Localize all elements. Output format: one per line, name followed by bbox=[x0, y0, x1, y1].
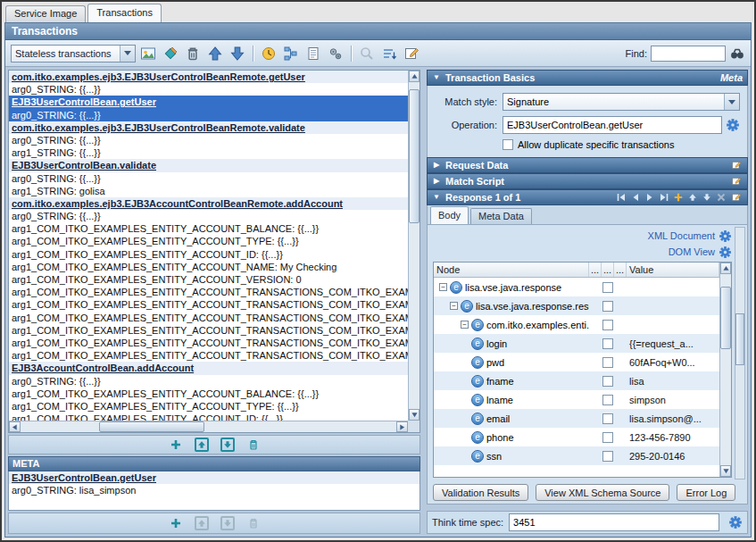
image-icon[interactable] bbox=[138, 44, 158, 63]
column-header[interactable]: Value bbox=[627, 263, 719, 277]
transaction-arg-row[interactable]: arg1_COM_ITKO_EXAMPLES_ENTITY_ACCOUNT_TY… bbox=[9, 235, 408, 247]
move-up-icon[interactable] bbox=[205, 44, 225, 63]
transaction-header-row[interactable]: EJB3UserControlBean.validate bbox=[9, 159, 408, 171]
tab-transactions[interactable]: Transactions bbox=[87, 4, 162, 22]
column-header[interactable]: Node bbox=[434, 263, 589, 277]
tab-service-image[interactable]: Service Image bbox=[5, 5, 86, 22]
panel-splitter[interactable] bbox=[420, 70, 427, 534]
transaction-arg-row[interactable]: arg1_COM_ITKO_EXAMPLES_ENTITY_ACCOUNT_NA… bbox=[9, 261, 408, 273]
match-style-dropdown[interactable]: Signature bbox=[503, 93, 740, 111]
edit-transaction-icon[interactable] bbox=[161, 44, 180, 63]
row-checkbox[interactable] bbox=[602, 357, 613, 368]
row-checkbox[interactable] bbox=[602, 432, 613, 443]
table-row[interactable]: elogin{{=request_a... bbox=[434, 334, 719, 353]
transaction-arg-row[interactable]: arg1_COM_ITKO_EXAMPLES_ENTITY_ACCOUNT_ID… bbox=[9, 248, 408, 261]
tab-meta-data[interactable]: Meta Data bbox=[470, 208, 532, 224]
column-header[interactable]: ... bbox=[614, 263, 627, 277]
think-time-gear-icon[interactable] bbox=[728, 515, 743, 529]
transaction-header-row[interactable]: com.itko.examples.ejb3.EJB3UserControlBe… bbox=[9, 121, 408, 134]
think-time-input[interactable] bbox=[509, 513, 719, 531]
column-header[interactable]: ... bbox=[589, 263, 602, 277]
transaction-arg-row[interactable]: arg0_STRING: {{...}} bbox=[9, 109, 408, 121]
gear-icon[interactable] bbox=[719, 229, 732, 243]
transaction-header-row[interactable]: com.itko.examples.ejb3.EJB3AccountContro… bbox=[9, 197, 408, 210]
down-icon[interactable] bbox=[702, 192, 712, 203]
body-scrollbar[interactable] bbox=[735, 227, 745, 479]
dom-table-scrollbar[interactable] bbox=[719, 263, 731, 477]
tree-view-icon[interactable] bbox=[281, 44, 301, 63]
row-checkbox[interactable] bbox=[602, 395, 613, 405]
scroll-left-button[interactable] bbox=[9, 421, 21, 432]
add-icon[interactable] bbox=[673, 192, 684, 203]
scroll-down-button[interactable] bbox=[409, 409, 420, 421]
table-row[interactable]: eemaillisa.simpson@... bbox=[434, 409, 719, 428]
transaction-arg-row[interactable]: arg0_STRING: {{...}} bbox=[9, 134, 408, 146]
transaction-arg-row[interactable]: arg1_COM_ITKO_EXAMPLES_ENTITY_ACCOUNT_TR… bbox=[9, 324, 408, 337]
validation-results-button[interactable]: Validation Results bbox=[433, 484, 528, 501]
scroll-up-button[interactable] bbox=[409, 71, 420, 82]
transaction-arg-row[interactable]: arg0_STRING: {{...}} bbox=[9, 83, 408, 96]
transaction-arg-row[interactable]: arg1_COM_ITKO_EXAMPLES_ENTITY_ACCOUNT_VE… bbox=[9, 273, 408, 286]
column-header[interactable]: ... bbox=[602, 263, 614, 277]
row-checkbox[interactable] bbox=[602, 376, 613, 387]
transaction-arg-row[interactable]: arg1_COM_ITKO_EXAMPLES_ENTITY_ACCOUNT_TR… bbox=[9, 298, 408, 311]
operation-gear-icon[interactable] bbox=[726, 118, 740, 132]
transaction-list-hscrollbar[interactable] bbox=[9, 421, 408, 432]
xml-document-link[interactable]: XML Document bbox=[648, 228, 732, 244]
next-icon[interactable] bbox=[644, 192, 655, 203]
table-row[interactable]: efnamelisa bbox=[434, 371, 719, 390]
transaction-arg-row[interactable]: arg1_COM_ITKO_EXAMPLES_ENTITY_ACCOUNT_TR… bbox=[9, 337, 408, 349]
row-checkbox[interactable] bbox=[602, 320, 613, 330]
body-scroll-thumb[interactable] bbox=[735, 313, 744, 365]
table-row[interactable]: −elisa.vse.java.response bbox=[434, 278, 719, 296]
transaction-arg-row[interactable]: arg1_COM_ITKO_EXAMPLES_ENTITY_ACCOUNT_TR… bbox=[9, 349, 408, 362]
tab-body[interactable]: Body bbox=[430, 206, 469, 224]
notes-icon[interactable] bbox=[303, 44, 323, 63]
transaction-arg-row[interactable]: arg0_STRING: lisa_simpson bbox=[9, 484, 420, 496]
edit-request-data-icon[interactable] bbox=[730, 159, 743, 171]
dom-view-link[interactable]: DOM View bbox=[669, 244, 732, 260]
row-checkbox[interactable] bbox=[602, 301, 613, 312]
history-clock-icon[interactable] bbox=[259, 44, 278, 63]
scroll-up-button[interactable] bbox=[720, 263, 731, 274]
down-icon[interactable] bbox=[220, 438, 235, 452]
transaction-list-vscrollbar[interactable] bbox=[408, 71, 420, 421]
trash-icon[interactable] bbox=[183, 44, 203, 63]
transaction-arg-row[interactable]: arg1_STRING: golisa bbox=[9, 185, 408, 197]
table-row[interactable]: elnamesimpson bbox=[434, 390, 719, 409]
up-icon[interactable] bbox=[687, 192, 698, 203]
table-row[interactable]: −ecom.itko.examples.enti... bbox=[434, 315, 719, 334]
section-request-data[interactable]: ▶ Request Data bbox=[427, 157, 748, 173]
allow-duplicates-checkbox[interactable] bbox=[503, 139, 513, 150]
transaction-arg-row[interactable]: arg0_STRING: {{...}} bbox=[9, 210, 408, 222]
table-row[interactable]: epwd60fAFoq+W0... bbox=[434, 353, 719, 371]
transaction-arg-row[interactable]: arg1_COM_ITKO_EXAMPLES_ENTITY_ACCOUNT_ID… bbox=[9, 413, 408, 421]
row-checkbox[interactable] bbox=[602, 282, 613, 293]
prev-icon[interactable] bbox=[630, 192, 641, 203]
view-xml-schema-source-button[interactable]: View XML Schema Source bbox=[536, 484, 669, 501]
add-icon[interactable] bbox=[169, 516, 183, 530]
sort-icon[interactable] bbox=[379, 44, 399, 63]
row-checkbox[interactable] bbox=[602, 451, 613, 462]
transaction-arg-row[interactable]: arg1_COM_ITKO_EXAMPLES_ENTITY_ACCOUNT_BA… bbox=[9, 222, 408, 235]
transaction-arg-row[interactable]: arg1_COM_ITKO_EXAMPLES_ENTITY_ACCOUNT_TR… bbox=[9, 312, 408, 324]
collapse-node-icon[interactable]: − bbox=[461, 321, 469, 329]
gears-icon[interactable] bbox=[326, 44, 345, 63]
transaction-header-row[interactable]: EJB3UserControlBean.getUser bbox=[9, 471, 420, 484]
scroll-right-button[interactable] bbox=[396, 421, 408, 432]
transaction-mode-dropdown[interactable]: Stateless transactions bbox=[11, 45, 136, 63]
move-down-icon[interactable] bbox=[228, 44, 247, 63]
table-scroll-thumb[interactable] bbox=[720, 287, 731, 349]
error-log-button[interactable]: Error Log bbox=[677, 484, 735, 501]
section-match-script[interactable]: ▶ Match Script bbox=[427, 173, 748, 189]
operation-input[interactable] bbox=[503, 116, 722, 134]
transaction-header-row[interactable]: com.itko.examples.ejb3.EJB3UserControlBe… bbox=[9, 71, 408, 83]
table-row[interactable]: ephone123-456-7890 bbox=[434, 428, 719, 446]
compose-icon[interactable] bbox=[402, 44, 421, 63]
last-icon[interactable] bbox=[659, 192, 669, 203]
trash-icon[interactable] bbox=[246, 438, 261, 452]
section-transaction-basics[interactable]: ▼ Transaction Basics Meta bbox=[427, 70, 748, 86]
scroll-down-button[interactable] bbox=[720, 465, 731, 477]
transaction-arg-row[interactable]: arg1_COM_ITKO_EXAMPLES_ENTITY_ACCOUNT_TR… bbox=[9, 286, 408, 298]
table-row[interactable]: −elisa.vse.java.response.resu... bbox=[434, 296, 719, 315]
